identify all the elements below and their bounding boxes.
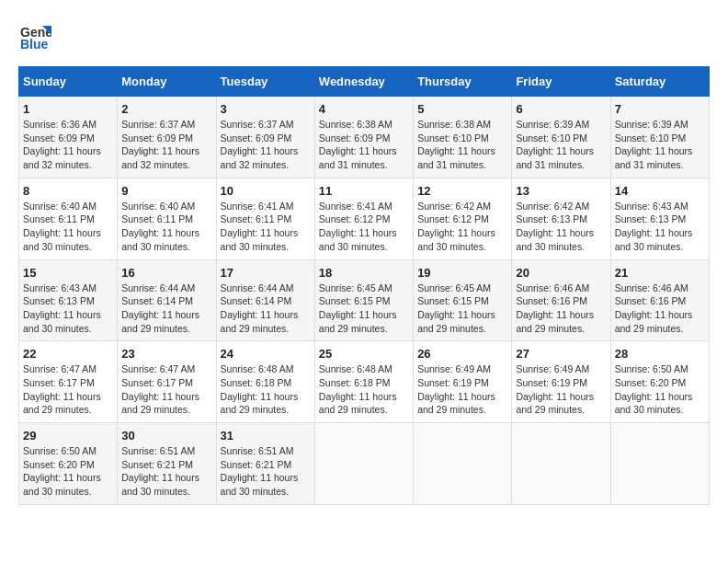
- calendar-cell: 5Sunrise: 6:38 AM Sunset: 6:10 PM Daylig…: [414, 97, 512, 178]
- day-info: Sunrise: 6:37 AM Sunset: 6:09 PM Dayligh…: [121, 118, 211, 172]
- day-number: 5: [417, 102, 507, 116]
- calendar-cell: 24Sunrise: 6:48 AM Sunset: 6:18 PM Dayli…: [216, 341, 314, 423]
- day-number: 2: [121, 102, 211, 116]
- day-number: 30: [121, 429, 211, 442]
- calendar-cell: 27Sunrise: 6:49 AM Sunset: 6:19 PM Dayli…: [512, 341, 610, 423]
- day-info: Sunrise: 6:46 AM Sunset: 6:16 PM Dayligh…: [516, 282, 606, 336]
- header-day: Thursday: [414, 67, 512, 97]
- day-info: Sunrise: 6:47 AM Sunset: 6:17 PM Dayligh…: [23, 362, 113, 417]
- day-info: Sunrise: 6:36 AM Sunset: 6:09 PM Dayligh…: [23, 118, 113, 172]
- day-info: Sunrise: 6:38 AM Sunset: 6:09 PM Dayligh…: [319, 118, 409, 172]
- day-info: Sunrise: 6:49 AM Sunset: 6:19 PM Dayligh…: [417, 362, 507, 417]
- calendar-cell: 17Sunrise: 6:44 AM Sunset: 6:14 PM Dayli…: [216, 259, 314, 341]
- calendar-cell: 18Sunrise: 6:45 AM Sunset: 6:15 PM Dayli…: [314, 259, 413, 341]
- day-number: 14: [615, 184, 705, 198]
- day-number: 4: [319, 102, 409, 116]
- svg-text:Blue: Blue: [20, 37, 49, 52]
- day-number: 28: [615, 347, 705, 361]
- day-number: 12: [417, 184, 507, 198]
- day-number: 23: [121, 347, 211, 361]
- day-number: 25: [319, 347, 409, 361]
- calendar-week-row: 8Sunrise: 6:40 AM Sunset: 6:11 PM Daylig…: [19, 178, 710, 259]
- calendar-cell: 4Sunrise: 6:38 AM Sunset: 6:09 PM Daylig…: [314, 97, 413, 178]
- day-info: Sunrise: 6:40 AM Sunset: 6:11 PM Dayligh…: [121, 200, 211, 254]
- day-number: 1: [23, 102, 113, 116]
- day-info: Sunrise: 6:51 AM Sunset: 6:21 PM Dayligh…: [121, 444, 211, 499]
- header-day: Wednesday: [314, 67, 413, 97]
- day-number: 26: [417, 347, 507, 361]
- day-info: Sunrise: 6:40 AM Sunset: 6:11 PM Dayligh…: [23, 200, 113, 254]
- day-number: 9: [121, 184, 211, 198]
- day-info: Sunrise: 6:49 AM Sunset: 6:19 PM Dayligh…: [516, 362, 606, 417]
- calendar-cell: 10Sunrise: 6:41 AM Sunset: 6:11 PM Dayli…: [216, 178, 314, 259]
- day-info: Sunrise: 6:50 AM Sunset: 6:20 PM Dayligh…: [23, 444, 113, 499]
- day-info: Sunrise: 6:42 AM Sunset: 6:12 PM Dayligh…: [417, 200, 507, 254]
- header-day: Monday: [118, 67, 216, 97]
- calendar-week-row: 15Sunrise: 6:43 AM Sunset: 6:13 PM Dayli…: [19, 259, 710, 341]
- calendar-cell: 26Sunrise: 6:49 AM Sunset: 6:19 PM Dayli…: [414, 341, 512, 423]
- calendar-week-row: 22Sunrise: 6:47 AM Sunset: 6:17 PM Dayli…: [19, 341, 710, 423]
- day-info: Sunrise: 6:51 AM Sunset: 6:21 PM Dayligh…: [221, 444, 311, 499]
- day-info: Sunrise: 6:39 AM Sunset: 6:10 PM Dayligh…: [615, 118, 705, 172]
- day-info: Sunrise: 6:39 AM Sunset: 6:10 PM Dayligh…: [516, 118, 606, 172]
- header-day: Tuesday: [216, 67, 314, 97]
- day-number: 29: [23, 429, 113, 442]
- calendar-cell: 15Sunrise: 6:43 AM Sunset: 6:13 PM Dayli…: [19, 259, 118, 341]
- day-info: Sunrise: 6:41 AM Sunset: 6:11 PM Dayligh…: [221, 200, 311, 254]
- calendar-cell: [414, 423, 512, 505]
- day-info: Sunrise: 6:44 AM Sunset: 6:14 PM Dayligh…: [221, 282, 311, 336]
- calendar-cell: 29Sunrise: 6:50 AM Sunset: 6:20 PM Dayli…: [19, 423, 118, 505]
- logo-icon: General Blue: [18, 18, 51, 52]
- calendar-cell: 7Sunrise: 6:39 AM Sunset: 6:10 PM Daylig…: [610, 97, 709, 178]
- calendar-cell: 1Sunrise: 6:36 AM Sunset: 6:09 PM Daylig…: [19, 97, 118, 178]
- calendar-cell: 2Sunrise: 6:37 AM Sunset: 6:09 PM Daylig…: [118, 97, 216, 178]
- day-info: Sunrise: 6:38 AM Sunset: 6:10 PM Dayligh…: [417, 118, 507, 172]
- day-number: 11: [319, 184, 409, 198]
- day-number: 6: [516, 102, 606, 116]
- day-info: Sunrise: 6:37 AM Sunset: 6:09 PM Dayligh…: [221, 118, 311, 172]
- calendar-table: SundayMondayTuesdayWednesdayThursdayFrid…: [18, 66, 710, 505]
- day-number: 20: [516, 266, 606, 280]
- day-number: 18: [319, 266, 409, 280]
- header-day: Sunday: [19, 67, 118, 97]
- day-info: Sunrise: 6:50 AM Sunset: 6:20 PM Dayligh…: [615, 362, 705, 417]
- day-info: Sunrise: 6:45 AM Sunset: 6:15 PM Dayligh…: [417, 282, 507, 336]
- calendar-cell: 19Sunrise: 6:45 AM Sunset: 6:15 PM Dayli…: [414, 259, 512, 341]
- header-row: SundayMondayTuesdayWednesdayThursdayFrid…: [19, 67, 710, 97]
- calendar-cell: 9Sunrise: 6:40 AM Sunset: 6:11 PM Daylig…: [118, 178, 216, 259]
- day-number: 22: [23, 347, 113, 361]
- calendar-cell: 25Sunrise: 6:48 AM Sunset: 6:18 PM Dayli…: [314, 341, 413, 423]
- day-number: 15: [23, 266, 113, 280]
- calendar-cell: 20Sunrise: 6:46 AM Sunset: 6:16 PM Dayli…: [512, 259, 610, 341]
- calendar-cell: 28Sunrise: 6:50 AM Sunset: 6:20 PM Dayli…: [610, 341, 709, 423]
- day-number: 7: [615, 102, 705, 116]
- calendar-cell: 30Sunrise: 6:51 AM Sunset: 6:21 PM Dayli…: [118, 423, 216, 505]
- calendar-cell: 6Sunrise: 6:39 AM Sunset: 6:10 PM Daylig…: [512, 97, 610, 178]
- calendar-cell: 16Sunrise: 6:44 AM Sunset: 6:14 PM Dayli…: [118, 259, 216, 341]
- day-number: 21: [615, 266, 705, 280]
- calendar-cell: 13Sunrise: 6:42 AM Sunset: 6:13 PM Dayli…: [512, 178, 610, 259]
- day-number: 24: [221, 347, 311, 361]
- day-info: Sunrise: 6:45 AM Sunset: 6:15 PM Dayligh…: [319, 282, 409, 336]
- header-area: General Blue: [18, 18, 710, 52]
- calendar-cell: [512, 423, 610, 505]
- calendar-cell: 3Sunrise: 6:37 AM Sunset: 6:09 PM Daylig…: [216, 97, 314, 178]
- day-number: 3: [221, 102, 311, 116]
- calendar-week-row: 1Sunrise: 6:36 AM Sunset: 6:09 PM Daylig…: [19, 97, 710, 178]
- day-number: 16: [121, 266, 211, 280]
- logo: General Blue: [18, 18, 51, 52]
- calendar-cell: 31Sunrise: 6:51 AM Sunset: 6:21 PM Dayli…: [216, 423, 314, 505]
- day-number: 19: [417, 266, 507, 280]
- day-info: Sunrise: 6:41 AM Sunset: 6:12 PM Dayligh…: [319, 200, 409, 254]
- calendar-cell: 8Sunrise: 6:40 AM Sunset: 6:11 PM Daylig…: [19, 178, 118, 259]
- day-info: Sunrise: 6:47 AM Sunset: 6:17 PM Dayligh…: [121, 362, 211, 417]
- day-number: 8: [23, 184, 113, 198]
- calendar-cell: 12Sunrise: 6:42 AM Sunset: 6:12 PM Dayli…: [414, 178, 512, 259]
- day-number: 31: [221, 429, 311, 442]
- day-info: Sunrise: 6:48 AM Sunset: 6:18 PM Dayligh…: [221, 362, 311, 417]
- calendar-cell: 22Sunrise: 6:47 AM Sunset: 6:17 PM Dayli…: [19, 341, 118, 423]
- header-day: Saturday: [610, 67, 709, 97]
- day-info: Sunrise: 6:42 AM Sunset: 6:13 PM Dayligh…: [516, 200, 606, 254]
- day-info: Sunrise: 6:48 AM Sunset: 6:18 PM Dayligh…: [319, 362, 409, 417]
- calendar-cell: 21Sunrise: 6:46 AM Sunset: 6:16 PM Dayli…: [610, 259, 709, 341]
